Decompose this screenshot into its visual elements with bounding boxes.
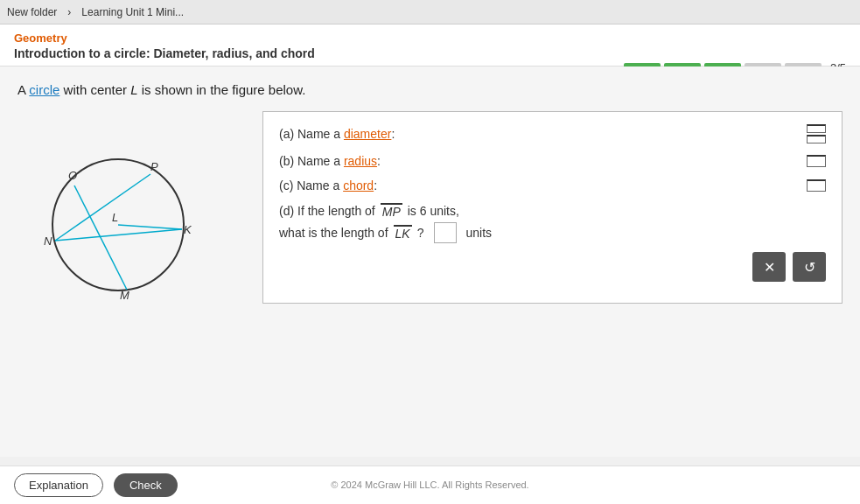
diameter-link[interactable]: diameter	[344, 127, 391, 141]
subject-title: Introduction to a circle: Diameter, radi…	[14, 46, 738, 60]
d-lk: LK	[394, 225, 412, 241]
breadcrumb2: Learning Unit 1 Mini...	[81, 6, 184, 18]
circle-link[interactable]: circle	[29, 82, 59, 97]
subject-header: Geometry Introduction to a circle: Diame…	[0, 24, 860, 66]
d-label1: (d) If the length of	[279, 204, 375, 218]
question-row-a: (a) Name a diameter:	[279, 124, 826, 144]
chord-link[interactable]: chord	[343, 178, 374, 192]
browser-bar: New folder › Learning Unit 1 Mini...	[0, 0, 860, 24]
d-label2: is 6 units,	[408, 204, 459, 218]
question-row-c: (c) Name a chord:	[279, 178, 826, 192]
bottom-bar: Explanation Check © 2024 McGraw Hill LLC…	[0, 466, 860, 504]
main-content: A circle with center L is shown in the f…	[0, 66, 860, 457]
questions-panel: (a) Name a diameter: (b) Name a radius:	[262, 111, 843, 304]
question-d-line2: what is the length of LK ? units	[279, 222, 826, 243]
svg-line-2	[55, 174, 150, 241]
clear-button[interactable]: ✕	[752, 252, 786, 282]
breadcrumb-sep: ›	[67, 6, 71, 18]
d-label4: ?	[417, 226, 424, 240]
d-mp: MP	[381, 203, 402, 219]
svg-line-4	[55, 229, 182, 241]
svg-line-3	[118, 225, 182, 229]
question-row-b: (b) Name a radius:	[279, 154, 826, 168]
check-button[interactable]: Check	[114, 473, 178, 497]
circle-diagram: O P L N K M	[17, 111, 245, 307]
lk-answer-input[interactable]	[434, 222, 457, 243]
question-c-text: (c) Name a chord:	[279, 178, 796, 192]
undo-button[interactable]: ↺	[793, 252, 826, 282]
question-row-d: (d) If the length of MP is 6 units, what…	[279, 203, 826, 243]
content-row: O P L N K M (a) Name a diameter:	[17, 111, 843, 307]
explanation-button[interactable]: Explanation	[14, 473, 103, 497]
action-buttons: ✕ ↺	[279, 252, 826, 282]
d-label3: what is the length of	[279, 226, 388, 240]
radius-link[interactable]: radius	[344, 154, 377, 168]
breadcrumb1: New folder	[7, 6, 57, 18]
radius-answer-icon	[807, 155, 826, 167]
svg-text:K: K	[184, 223, 192, 236]
question-d-line1: (d) If the length of MP is 6 units,	[279, 203, 826, 219]
question-b-text: (b) Name a radius:	[279, 154, 796, 168]
svg-text:M: M	[120, 289, 129, 302]
chord-answer-icon	[807, 179, 826, 192]
copyright: © 2024 McGraw Hill LLC. All Rights Reser…	[331, 466, 528, 504]
subject-label: Geometry	[14, 32, 738, 45]
problem-statement: A circle with center L is shown in the f…	[17, 82, 843, 97]
svg-text:O: O	[68, 169, 77, 182]
svg-text:L: L	[112, 211, 118, 224]
units-label: units	[465, 226, 492, 240]
svg-text:P: P	[150, 160, 158, 173]
diameter-answer-icon	[807, 124, 826, 144]
question-a-text: (a) Name a diameter:	[279, 127, 796, 141]
svg-text:N: N	[44, 234, 52, 248]
